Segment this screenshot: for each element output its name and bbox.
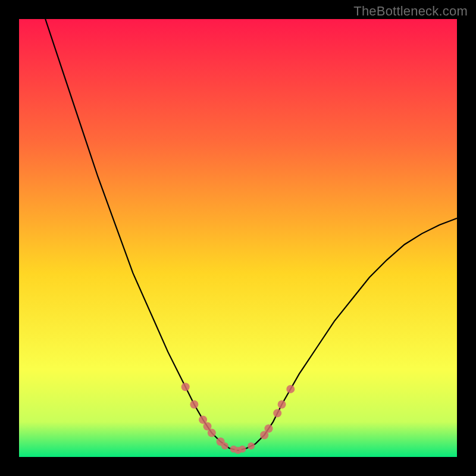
data-marker <box>273 409 281 417</box>
data-marker <box>221 443 228 450</box>
data-marker <box>248 443 255 450</box>
outer-frame: TheBottleneck.com <box>0 0 476 476</box>
watermark-text: TheBottleneck.com <box>353 4 468 19</box>
data-marker <box>208 429 216 437</box>
data-marker <box>239 446 246 453</box>
data-marker <box>190 400 198 409</box>
data-marker <box>278 400 286 409</box>
data-marker <box>181 383 190 391</box>
plot-area <box>19 19 457 457</box>
data-marker <box>265 424 273 433</box>
chart-svg <box>19 19 457 457</box>
gradient-background <box>19 19 457 457</box>
data-marker <box>286 385 295 393</box>
